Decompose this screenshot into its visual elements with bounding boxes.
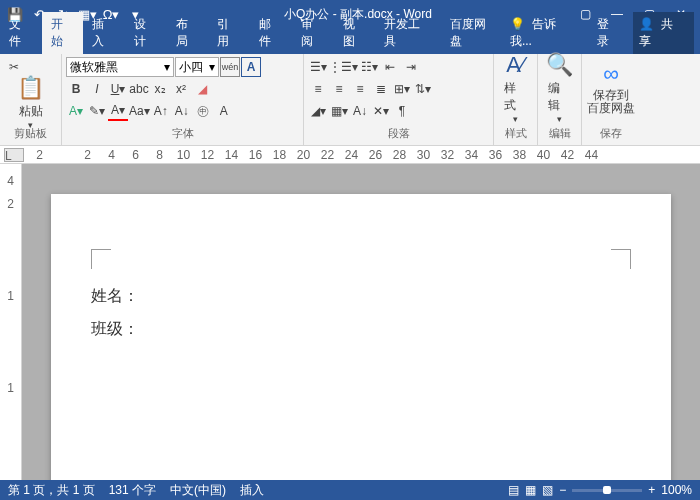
status-insert[interactable]: 插入 <box>240 482 264 499</box>
group-edit: 编辑 <box>542 126 577 143</box>
sort-icon[interactable]: A↓ <box>350 101 370 121</box>
distribute-icon[interactable]: ⊞▾ <box>392 79 412 99</box>
strike-button[interactable]: abc <box>129 79 149 99</box>
char-border-icon[interactable]: A <box>241 57 261 77</box>
zoom-value[interactable]: 100% <box>661 483 692 497</box>
font-name-select[interactable]: 微软雅黑▾ <box>66 57 174 77</box>
char-box-icon[interactable]: A <box>214 101 234 121</box>
margin-corner-icon <box>611 249 631 269</box>
group-font: 字体 <box>66 126 299 143</box>
enclose-icon[interactable]: ㊥ <box>193 101 213 121</box>
document-area: 姓名： 班级： <box>22 164 700 480</box>
bold-button[interactable]: B <box>66 79 86 99</box>
phonetic-icon[interactable]: wén <box>220 57 240 77</box>
edit-button[interactable]: 🔍编辑▾ <box>542 56 577 120</box>
zoom-out-icon[interactable]: − <box>559 483 566 497</box>
view-print-icon[interactable]: ▦ <box>525 483 536 497</box>
indent-inc-icon[interactable]: ⇥ <box>401 57 421 77</box>
bullets-icon[interactable]: ☰▾ <box>308 57 328 77</box>
document-page[interactable]: 姓名： 班级： <box>51 194 671 480</box>
ruler-tab-selector[interactable]: L <box>4 148 24 162</box>
tab-ref[interactable]: 引用 <box>208 12 250 54</box>
justify-icon[interactable]: ≣ <box>371 79 391 99</box>
doc-text-line[interactable]: 班级： <box>91 319 631 340</box>
tab-file[interactable]: 文件 <box>0 12 42 54</box>
horizontal-ruler[interactable]: L 22468101214161820222426283032343638404… <box>0 146 700 164</box>
subscript-button[interactable]: x₂ <box>150 79 170 99</box>
tab-view[interactable]: 视图 <box>334 12 376 54</box>
clear-format-icon[interactable]: ◢ <box>192 79 212 99</box>
indent-dec-icon[interactable]: ⇤ <box>380 57 400 77</box>
share-button[interactable]: 👤 共享 <box>633 12 694 54</box>
shading-icon[interactable]: ◢▾ <box>308 101 328 121</box>
show-marks-icon[interactable]: ¶ <box>392 101 412 121</box>
superscript-button[interactable]: x² <box>171 79 191 99</box>
char-shading-icon[interactable]: Aa▾ <box>129 101 150 121</box>
status-lang[interactable]: 中文(中国) <box>170 482 226 499</box>
tab-baidu[interactable]: 百度网盘 <box>441 12 506 54</box>
highlight-icon[interactable]: ✎▾ <box>87 101 107 121</box>
zoom-text-icon[interactable]: ✕▾ <box>371 101 391 121</box>
styles-button[interactable]: A⁄样式▾ <box>498 56 533 120</box>
borders-icon[interactable]: ▦▾ <box>329 101 349 121</box>
font-size-select[interactable]: 小四▾ <box>175 57 219 77</box>
align-left-icon[interactable]: ≡ <box>308 79 328 99</box>
tab-insert[interactable]: 插入 <box>83 12 125 54</box>
align-right-icon[interactable]: ≡ <box>350 79 370 99</box>
tab-mail[interactable]: 邮件 <box>250 12 292 54</box>
zoom-slider[interactable] <box>572 489 642 492</box>
grow-font-icon[interactable]: A↑ <box>151 101 171 121</box>
doc-text-line[interactable]: 姓名： <box>91 286 631 307</box>
multilevel-icon[interactable]: ☷▾ <box>359 57 379 77</box>
baidu-save-button[interactable]: ∞保存到 百度网盘 <box>586 56 636 120</box>
line-spacing-icon[interactable]: ⇅▾ <box>413 79 433 99</box>
zoom-in-icon[interactable]: + <box>648 483 655 497</box>
tell-me[interactable]: 💡 告诉我... <box>506 13 585 53</box>
group-save: 保存 <box>586 126 636 143</box>
underline-button[interactable]: U▾ <box>108 79 128 99</box>
shrink-font-icon[interactable]: A↓ <box>172 101 192 121</box>
paste-button[interactable]: 📋粘贴▾ <box>4 78 57 126</box>
tab-design[interactable]: 设计 <box>125 12 167 54</box>
group-paragraph: 段落 <box>308 126 489 143</box>
tab-home[interactable]: 开始 <box>42 12 84 54</box>
vertical-ruler[interactable]: 4211 <box>0 164 22 480</box>
status-page[interactable]: 第 1 页，共 1 页 <box>8 482 95 499</box>
margin-corner-icon <box>91 249 111 269</box>
text-effect-icon[interactable]: A▾ <box>66 101 86 121</box>
tab-layout[interactable]: 布局 <box>167 12 209 54</box>
tab-dev[interactable]: 开发工具 <box>375 12 440 54</box>
italic-button[interactable]: I <box>87 79 107 99</box>
group-clipboard: 剪贴板 <box>4 126 57 143</box>
tab-review[interactable]: 审阅 <box>292 12 334 54</box>
numbering-icon[interactable]: ⋮☰▾ <box>329 57 358 77</box>
view-read-icon[interactable]: ▤ <box>508 483 519 497</box>
login-button[interactable]: 登录 <box>593 13 625 53</box>
group-styles: 样式 <box>498 126 533 143</box>
view-web-icon[interactable]: ▧ <box>542 483 553 497</box>
align-center-icon[interactable]: ≡ <box>329 79 349 99</box>
status-words[interactable]: 131 个字 <box>109 482 156 499</box>
font-color-icon[interactable]: A▾ <box>108 101 128 121</box>
